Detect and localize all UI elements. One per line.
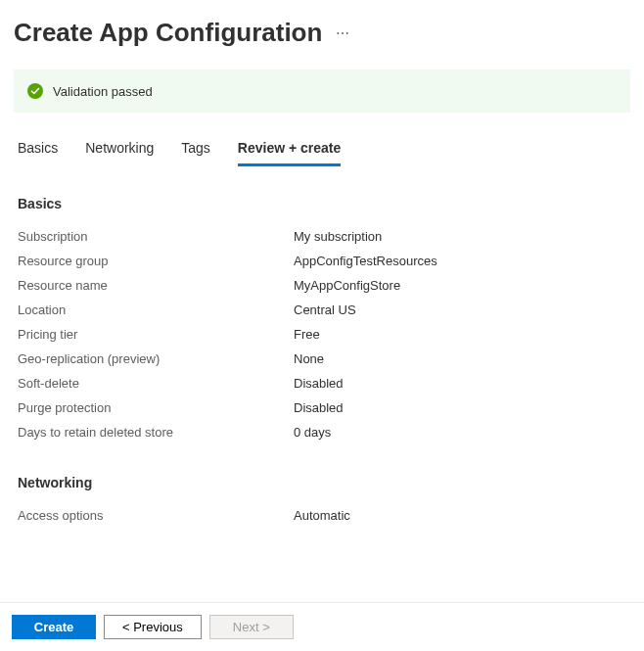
- tabs: Basics Networking Tags Review + create: [0, 113, 644, 166]
- label-soft-delete: Soft-delete: [18, 376, 294, 391]
- validation-message: Validation passed: [53, 84, 153, 99]
- row-subscription: Subscription My subscription: [18, 229, 626, 244]
- previous-button[interactable]: < Previous: [104, 615, 202, 639]
- label-resource-group: Resource group: [18, 254, 294, 268]
- value-subscription: My subscription: [294, 229, 382, 244]
- page-title: Create App Configuration: [14, 18, 322, 48]
- value-pricing-tier: Free: [294, 327, 320, 342]
- value-access-options: Automatic: [294, 508, 350, 523]
- row-location: Location Central US: [18, 302, 626, 317]
- value-geo-replication: None: [294, 351, 324, 366]
- check-circle-icon: [27, 83, 43, 99]
- value-retain-days: 0 days: [294, 425, 331, 440]
- value-resource-name: MyAppConfigStore: [294, 278, 400, 293]
- row-geo-replication: Geo-replication (preview) None: [18, 351, 626, 366]
- row-soft-delete: Soft-delete Disabled: [18, 376, 626, 391]
- value-location: Central US: [294, 302, 356, 317]
- label-purge-protection: Purge protection: [18, 400, 294, 415]
- label-geo-replication: Geo-replication (preview): [18, 351, 294, 366]
- row-pricing-tier: Pricing tier Free: [18, 327, 626, 342]
- tab-basics[interactable]: Basics: [18, 140, 58, 166]
- row-resource-name: Resource name MyAppConfigStore: [18, 278, 626, 293]
- next-button: Next >: [209, 615, 294, 639]
- footer: Create < Previous Next >: [0, 602, 644, 651]
- label-subscription: Subscription: [18, 229, 294, 244]
- row-resource-group: Resource group AppConfigTestResources: [18, 254, 626, 268]
- tab-networking[interactable]: Networking: [85, 140, 154, 166]
- label-resource-name: Resource name: [18, 278, 294, 293]
- create-button[interactable]: Create: [12, 615, 96, 639]
- value-purge-protection: Disabled: [294, 400, 344, 415]
- value-soft-delete: Disabled: [294, 376, 344, 391]
- tab-tags[interactable]: Tags: [181, 140, 210, 166]
- more-icon[interactable]: ⋯: [336, 25, 350, 41]
- section-title-networking: Networking: [18, 475, 626, 490]
- row-retain-days: Days to retain deleted store 0 days: [18, 425, 626, 440]
- tab-review-create[interactable]: Review + create: [238, 140, 341, 166]
- row-access-options: Access options Automatic: [18, 508, 626, 523]
- value-resource-group: AppConfigTestResources: [294, 254, 437, 268]
- label-pricing-tier: Pricing tier: [18, 327, 294, 342]
- label-retain-days: Days to retain deleted store: [18, 425, 294, 440]
- label-location: Location: [18, 302, 294, 317]
- label-access-options: Access options: [18, 508, 294, 523]
- svg-point-0: [27, 83, 43, 99]
- section-title-basics: Basics: [18, 196, 626, 211]
- validation-banner: Validation passed: [14, 70, 630, 113]
- row-purge-protection: Purge protection Disabled: [18, 400, 626, 415]
